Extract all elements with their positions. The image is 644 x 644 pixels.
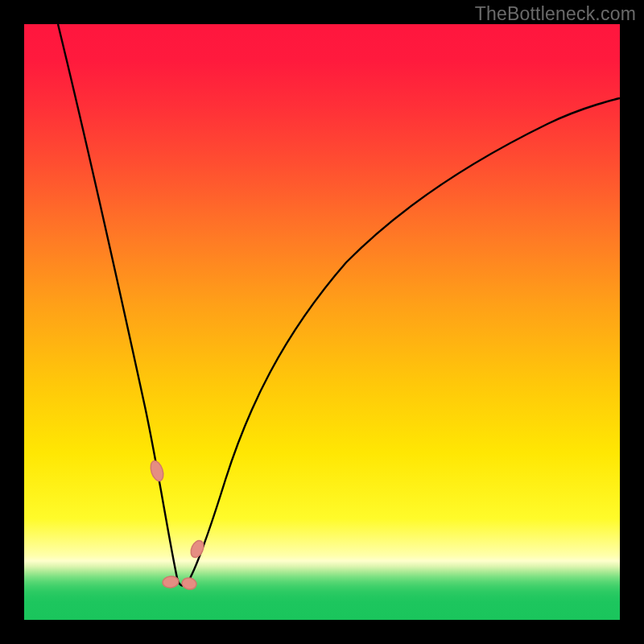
curve-layer [24, 24, 620, 620]
plot-area [24, 24, 620, 620]
pill-bottom-right [181, 577, 197, 591]
watermark-text: TheBottleneck.com [475, 3, 636, 25]
marker-group [148, 459, 206, 590]
chart-frame: TheBottleneck.com [0, 0, 644, 644]
bottleneck-curve [58, 24, 620, 586]
pill-right-upper [188, 539, 206, 559]
pill-bottom-left [162, 576, 179, 588]
pill-left [148, 459, 165, 482]
